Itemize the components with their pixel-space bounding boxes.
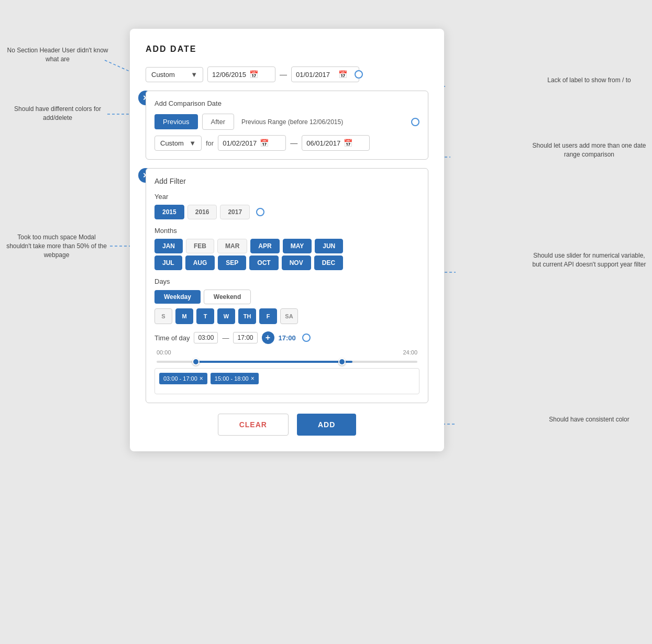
date-row: Custom ▼ 12/06/2015 📅 — 01/01/2017 📅: [146, 66, 428, 82]
from-calendar-icon: 📅: [249, 70, 258, 79]
time-range-dash: —: [222, 334, 229, 342]
time-annotation-dot: [302, 334, 311, 342]
comparison-dropdown-label: Custom: [160, 139, 184, 147]
from-date-value: 12/06/2015: [212, 71, 246, 79]
month-aug[interactable]: AUG: [185, 256, 215, 270]
slider-track[interactable]: [157, 361, 417, 363]
comparison-dropdown-arrow-icon: ▼: [189, 139, 196, 147]
comparison-to-calendar-icon: 📅: [344, 139, 352, 147]
to-date-value: 01/01/2017: [296, 71, 330, 79]
comparison-btn-group: Previous After Previous Range (before 12…: [154, 114, 419, 130]
time-to-value: 17:00: [237, 334, 253, 341]
time-from-input[interactable]: 03:00: [194, 332, 218, 343]
slider-labels: 00:00 24:00: [157, 349, 417, 356]
modal-title: ADD DATE: [146, 45, 428, 54]
slider-thumb-left[interactable]: [192, 358, 200, 365]
slider-max-label: 24:00: [403, 349, 417, 356]
year-label: Year: [154, 193, 419, 201]
range-label: Previous Range (before 12/06/2015): [241, 118, 343, 126]
month-jul[interactable]: JUL: [154, 256, 182, 270]
previous-button[interactable]: Previous: [154, 114, 198, 129]
comparison-date-row: Custom ▼ for 01/02/2017 📅 — 06/01/2017 📅: [154, 135, 419, 151]
month-jan[interactable]: JAN: [154, 239, 183, 253]
comparison-from-value: 01/02/2017: [223, 139, 257, 147]
slider-min-label: 00:00: [157, 349, 171, 356]
time-to-input[interactable]: 17:00: [233, 332, 257, 343]
day-type-row: Weekday Weekend: [154, 290, 419, 304]
day-pills-row: S M T W TH F SA: [154, 308, 419, 324]
dropdown-arrow-icon: ▼: [191, 71, 197, 79]
comparison-annotation-dot: [411, 118, 419, 126]
day-m[interactable]: M: [175, 308, 193, 324]
date-dropdown[interactable]: Custom ▼: [146, 67, 203, 82]
add-button[interactable]: ADD: [297, 414, 356, 436]
time-tag-2-label: 15:00 - 18:00: [215, 375, 249, 382]
year-pill-2017[interactable]: 2017: [220, 205, 250, 219]
filter-box: Add Filter Year 2015 2016 2017 Months JA…: [146, 168, 428, 403]
time-current-value: 17:00: [279, 334, 296, 342]
time-slider-container: 00:00 24:00: [154, 349, 419, 363]
slider-thumb-right[interactable]: [338, 358, 346, 365]
day-s[interactable]: S: [154, 308, 172, 324]
comparison-from-date[interactable]: 01/02/2017 📅: [218, 135, 286, 151]
from-date-input[interactable]: 12/06/2015 📅: [207, 66, 275, 82]
months-pills-row2: JUL AUG SEP OCT NOV DEC: [154, 256, 419, 270]
month-oct[interactable]: OCT: [249, 256, 278, 270]
annotation-from-to-label: Lack of label to show from / to: [532, 76, 647, 85]
annotation-add-delete-colors: Should have different colors for add/del…: [5, 105, 110, 123]
month-apr[interactable]: APR: [250, 239, 279, 253]
month-dec[interactable]: DEC: [314, 256, 343, 270]
month-jun[interactable]: JUN: [315, 239, 343, 253]
day-w[interactable]: W: [217, 308, 235, 324]
page-wrapper: No Section Header User didn't know what …: [0, 0, 652, 644]
month-sep[interactable]: SEP: [218, 256, 246, 270]
year-pills: 2015 2016 2017: [154, 205, 419, 219]
filter-title: Add Filter: [154, 177, 419, 185]
bottom-buttons: CLEAR ADD: [146, 414, 428, 436]
add-time-button[interactable]: +: [262, 331, 274, 344]
date-dropdown-label: Custom: [151, 71, 175, 79]
to-date-annotation-dot: [355, 70, 363, 79]
day-th[interactable]: TH: [238, 308, 256, 324]
year-pill-2015[interactable]: 2015: [154, 205, 184, 219]
time-tag-1[interactable]: 03:00 - 17:00 ×: [159, 373, 207, 384]
slider-fill: [196, 361, 352, 363]
comparison-to-date[interactable]: 06/01/2017 📅: [302, 135, 370, 151]
annotation-no-section-header: No Section Header User didn't know what …: [5, 46, 110, 64]
weekend-button[interactable]: Weekend: [204, 290, 251, 304]
weekday-button[interactable]: Weekday: [154, 290, 201, 304]
date-range-dash: —: [280, 70, 287, 79]
time-tags-box: 03:00 - 17:00 × 15:00 - 18:00 ×: [154, 368, 419, 394]
annotation-multiple-date-ranges: Should let users add more than one date …: [532, 141, 647, 159]
comparison-dash: —: [290, 139, 297, 147]
filter-wrapper: ✕ Add Filter Year 2015 2016 2017 Months …: [146, 168, 428, 403]
annotation-consistent-color: Should have consistent color: [532, 415, 647, 424]
to-calendar-icon: 📅: [338, 70, 347, 79]
time-of-day-row: Time of day 03:00 — 17:00 + 17:00: [154, 331, 419, 344]
month-feb[interactable]: FEB: [186, 239, 214, 253]
clear-button[interactable]: CLEAR: [218, 414, 289, 436]
comparison-dropdown[interactable]: Custom ▼: [154, 136, 202, 151]
month-mar[interactable]: MAR: [217, 239, 247, 253]
comparison-to-value: 06/01/2017: [306, 139, 340, 147]
to-date-input[interactable]: 01/01/2017 📅: [291, 66, 359, 82]
modal-panel: ADD DATE Custom ▼ 12/06/2015 📅 — 01/01/2…: [130, 29, 444, 451]
days-label: Days: [154, 277, 419, 285]
months-label: Months: [154, 227, 419, 235]
month-nov[interactable]: NOV: [282, 256, 311, 270]
for-label: for: [206, 139, 214, 147]
comparison-wrapper: ✕ Add Comparison Date Previous After Pre…: [146, 91, 428, 160]
annotation-too-much-space: Took too much space Modal shouldn't take…: [4, 233, 109, 259]
time-tag-2[interactable]: 15:00 - 18:00 ×: [211, 373, 259, 384]
day-sa[interactable]: SA: [280, 308, 298, 324]
time-tag-1-remove[interactable]: ×: [200, 375, 203, 382]
after-button[interactable]: After: [202, 114, 234, 130]
year-pill-2016[interactable]: 2016: [187, 205, 217, 219]
day-t[interactable]: T: [196, 308, 214, 324]
comparison-from-calendar-icon: 📅: [260, 139, 269, 147]
time-tag-2-remove[interactable]: ×: [251, 375, 255, 382]
day-f[interactable]: F: [259, 308, 277, 324]
month-may[interactable]: MAY: [283, 239, 312, 253]
months-pills-row1: JAN FEB MAR APR MAY JUN: [154, 239, 419, 253]
annotation-slider-year: Should use slider for numerical variable…: [532, 251, 647, 269]
